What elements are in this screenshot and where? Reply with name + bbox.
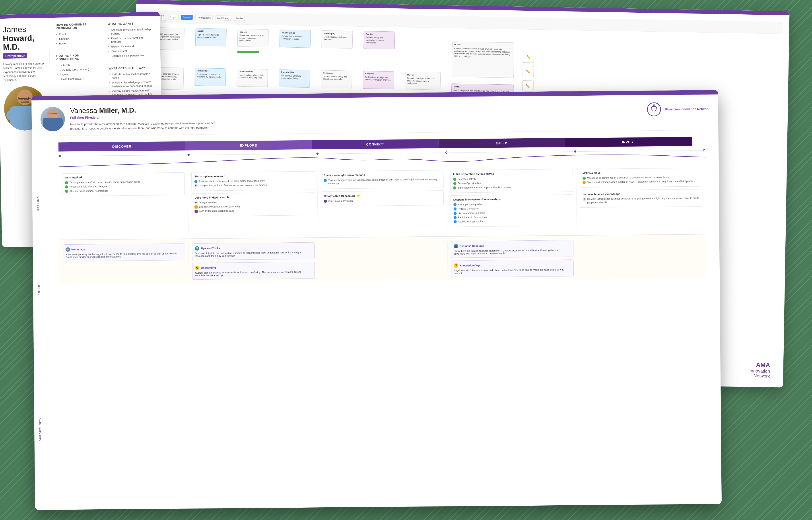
- connect-opportunity: [318, 241, 448, 281]
- consumes-title: HOW HE CONSUMES INFORMATION: [56, 22, 101, 30]
- james-last-name: Howard, M.D.: [3, 33, 34, 52]
- connect-account-card: Creates AMA-IN account ⭐ Sign up as a ph…: [321, 190, 443, 206]
- finds-item: Health Hubs (UCSF): [57, 76, 102, 81]
- vanessa-last-name: Miller, M.D.: [99, 106, 136, 114]
- initial-item-3: exploration time allows Opportunities Di…: [453, 185, 570, 189]
- invest-opportunity: [577, 239, 706, 279]
- wf-box-8: Discussions Forum-style conversations or…: [195, 68, 226, 86]
- vanessa-description: In order to provide the most advanced ca…: [70, 121, 225, 131]
- wants-title: WHAT HE WANTS: [108, 22, 153, 26]
- vanessa-top-section: Vanessa Miller, M.D. Full-time Physician…: [31, 95, 718, 136]
- connect-column: Starts meaningful conversations Trusts c…: [318, 168, 448, 233]
- inspired-item-1: Talk to patients / staff at current prac…: [65, 180, 182, 184]
- discover-opportunity: 🏠 Homepage Have an opportunity on the lo…: [59, 243, 189, 283]
- pin-network-name: Physician Innovation Network: [665, 107, 709, 111]
- vanessa-photo: [40, 107, 65, 131]
- creates-account-title: Creates AMA-IN account ⭐: [324, 193, 440, 198]
- wf-box-4: Notifications Activity feed, messages, c…: [279, 30, 310, 48]
- move-item-1: Messages or comments on a post from a co…: [583, 175, 699, 180]
- homepage-desc: Have an opportunity on the logged out ex…: [66, 252, 182, 258]
- tips-opp-icon: 💡: [195, 246, 199, 251]
- deepens-item-5: Applies for Opportunities: [453, 219, 570, 224]
- build-deepens-card: Deepens involvement & relationships Buil…: [451, 194, 573, 227]
- deepens-item-2: Follows Companies: [453, 206, 570, 211]
- ama-logo-area: AMA InnovationNetwork: [749, 361, 770, 379]
- phase-invest: INVEST: [565, 137, 692, 147]
- invest-biz-card: Increase business knowledge G Googles 'd…: [580, 189, 703, 208]
- wants-item: Develop customer profile for products: [108, 35, 154, 45]
- phase-discover: DISCOVER: [58, 141, 185, 152]
- top-research-item-2: G Googles 'PIN topics' to first resource…: [195, 183, 311, 187]
- tips-title: Tips and Tricks: [201, 246, 220, 250]
- biz-resource-icon: 💼: [454, 244, 458, 248]
- gets-item: Physician knowledge gap creates hesistat…: [109, 80, 154, 89]
- ama-logo-text: AMA: [750, 361, 770, 369]
- nav-messaging[interactable]: Messaging: [215, 16, 231, 21]
- deepens-item-3: Likes/comments on posts: [453, 210, 570, 215]
- onboarding-opp-icon: ⚙: [195, 266, 200, 270]
- nav-notifications[interactable]: Notifications: [195, 15, 213, 20]
- wf-box-2: NOTE: Sign up / log in flow with physici…: [195, 28, 226, 46]
- build-opportunity: 💼 Business Resource Show them the truste…: [448, 240, 577, 280]
- vanessa-first-name: Vanessa: [70, 106, 97, 115]
- journey-columns: Gets inspired Talk to patients / staff a…: [59, 165, 706, 235]
- opportunity-section: 🏠 Homepage Have an opportunity on the lo…: [59, 234, 707, 283]
- move-title: Makes a move: [583, 170, 699, 175]
- wf-box-5: Messaging Direct messages between member…: [322, 30, 353, 49]
- invest-move-card: Makes a move Messages or comments on a p…: [580, 168, 702, 187]
- finds-list: LinkedIN DOC jobs (drop out club) Angel.…: [56, 62, 102, 82]
- build-column: Initial exploration as time allows Searc…: [447, 167, 577, 232]
- discover-column: Gets inspired Talk to patients / staff a…: [59, 170, 189, 235]
- initial-item-2: Browse Opportunities: [453, 181, 570, 185]
- wf-box-11: Resources Curated content library and ed…: [321, 70, 352, 88]
- move-item-2: Starts email communication outside of AM…: [583, 180, 699, 184]
- nav-search[interactable]: Search: [181, 15, 193, 20]
- wf-box-6: Profile Member profile with credentials,…: [363, 31, 395, 49]
- biz-knowledge-title: Increase business knowledge: [583, 191, 700, 196]
- pin-logo-area: Physician Innovation Network: [646, 101, 709, 117]
- explore-top-card: Starts top level research Reaches out to…: [192, 171, 314, 190]
- opportunity-label: OPPORTUNITY: [39, 417, 42, 441]
- build-initial-card: Initial exploration as time allows Searc…: [450, 169, 573, 193]
- james-full-name: James Howard, M.D.: [3, 25, 45, 52]
- indepth-item-3: AMA-IN logged out landing page: [195, 209, 311, 213]
- initial-exploration-title: Initial exploration as time allows: [453, 171, 570, 176]
- wf-box-10: Opportunities Job board / partnership op…: [279, 70, 310, 88]
- homepage-opp: 🏠 Homepage Have an opportunity on the lo…: [63, 243, 185, 261]
- consumes-item: Books: [56, 41, 101, 46]
- biz-resource-opp: 💼 Business Resource Show them the truste…: [451, 240, 574, 258]
- nav-login[interactable]: Login: [168, 15, 178, 20]
- homepage-title: Homepage: [71, 248, 85, 251]
- biz-resource-desc: Show them the trusted business liasons o…: [454, 249, 570, 255]
- gets-title: WHAT GETS IN THE WAY: [108, 61, 154, 70]
- explore-indepth-card: Does more in-depth search G Google searc…: [192, 192, 314, 216]
- wants-list: Access to physicians; relationship build…: [108, 27, 154, 58]
- inspired-title: Gets inspired: [65, 175, 182, 180]
- finds-title: HOW HE FINDS CONNECTIONS: [56, 49, 102, 61]
- deepens-item-1: Builds personal profile: [453, 202, 570, 206]
- pin-icon: [646, 102, 662, 117]
- vanessa-miller-card: Vanessa Miller, M.D. Full-time Physician…: [31, 90, 721, 510]
- feeling-label: FEELING: [37, 196, 40, 210]
- vanessa-info: Vanessa Miller, M.D. Full-time Physician…: [70, 101, 709, 131]
- phase-explore: EXPLORE: [185, 140, 312, 151]
- inspired-item-2: Reads an article about a colleague: [65, 184, 182, 189]
- wants-item: Change clinical perspective: [108, 53, 154, 58]
- wf-box-3: Search Global search with filters for pe…: [237, 29, 269, 47]
- explore-opportunity: 💡 Tips and Tricks Drop and links into th…: [189, 242, 319, 282]
- discover-inspired-card: Gets inspired Talk to patients / staff a…: [62, 173, 185, 197]
- doing-label: DOING: [37, 284, 41, 295]
- connect-conversations-card: Starts meaningful conversations Trusts c…: [321, 170, 443, 189]
- top-research-title: Starts top level research: [194, 174, 311, 178]
- phase-build: BUILD: [438, 138, 565, 148]
- indepth-title: Does more in-depth search: [195, 195, 311, 200]
- status-indicator: [237, 51, 259, 53]
- james-role-badge: Entrepreneur: [3, 53, 27, 59]
- nav-profile[interactable]: Profile: [234, 16, 245, 21]
- invest-column: Makes a move Messages or comments on a p…: [576, 165, 706, 231]
- ama-logo-subtitle: InnovationNetwork: [749, 368, 770, 379]
- onboarding-opp: ⚙ Onboarding Current sign up process for…: [192, 262, 315, 280]
- conversations-title: Starts meaningful conversations: [324, 173, 440, 177]
- homepage-opp-icon: 🏠: [66, 247, 70, 252]
- james-description: Leaving medicine to join a start-up full…: [3, 61, 46, 82]
